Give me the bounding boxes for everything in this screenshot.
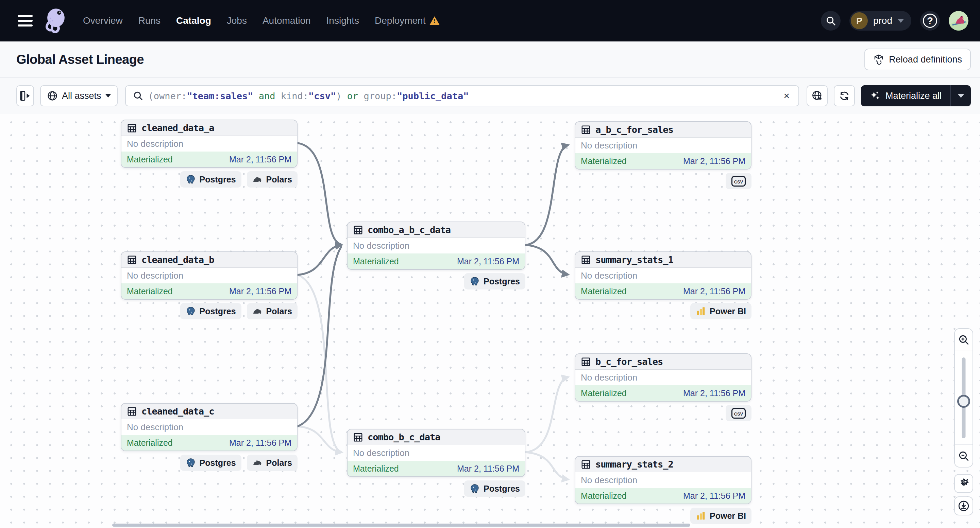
- materialize-all-main[interactable]: Materialize all: [861, 85, 950, 106]
- asset-tag-row: CSV: [725, 405, 751, 421]
- csv-tag[interactable]: CSV: [725, 173, 751, 189]
- csv-icon: CSV: [731, 176, 746, 187]
- filter-to-global-button[interactable]: [807, 85, 828, 106]
- zoom-in-button[interactable]: [955, 329, 972, 350]
- sparkles-icon: [870, 90, 881, 101]
- asset-node-cleaned_data_c[interactable]: cleaned_data_cNo descriptionMaterialized…: [121, 403, 298, 451]
- nav-item-catalog[interactable]: Catalog: [176, 15, 211, 26]
- nav-right-cluster: P prod ?: [821, 11, 969, 30]
- postgres-tag[interactable]: Postgres: [180, 171, 242, 187]
- asset-status-bar: MaterializedMar 2, 11:56 PM: [121, 283, 297, 299]
- hamburger-menu-icon[interactable]: [18, 15, 33, 27]
- search-button[interactable]: [821, 11, 841, 30]
- powerbi-tag[interactable]: Power BI: [690, 303, 751, 319]
- asset-description: No description: [347, 238, 525, 254]
- nav-item-overview[interactable]: Overview: [83, 15, 123, 26]
- horizontal-scrollbar[interactable]: [112, 523, 690, 526]
- nav-item-label: Deployment: [375, 15, 425, 26]
- svg-text:CSV: CSV: [734, 411, 743, 416]
- zoom-slider[interactable]: [955, 350, 972, 445]
- materialization-timestamp[interactable]: Mar 2, 11:56 PM: [683, 286, 745, 296]
- refresh-button[interactable]: [834, 85, 855, 106]
- materialization-timestamp[interactable]: Mar 2, 11:56 PM: [683, 156, 745, 166]
- export-graph-button[interactable]: [954, 496, 973, 515]
- asset-node-header: combo_b_c_data: [347, 430, 525, 445]
- postgres-tag[interactable]: Postgres: [180, 455, 242, 471]
- asset-node-header: a_b_c_for_sales: [575, 122, 751, 138]
- edge-combo-abc-to-summary-1: [525, 245, 568, 274]
- user-avatar[interactable]: [949, 11, 969, 30]
- materialization-timestamp[interactable]: Mar 2, 11:56 PM: [683, 388, 745, 398]
- zoom-slider-thumb[interactable]: [957, 395, 970, 408]
- postgres-tag[interactable]: Postgres: [464, 273, 525, 290]
- zoom-control-panel: [954, 328, 973, 468]
- postgres-tag[interactable]: Postgres: [464, 480, 525, 497]
- nav-item-jobs[interactable]: Jobs: [227, 15, 247, 26]
- postgres-tag[interactable]: Postgres: [180, 303, 242, 319]
- asset-node-cleaned_data_b[interactable]: cleaned_data_bNo descriptionMaterialized…: [121, 251, 298, 300]
- asset-search-input[interactable]: (owner:"team:sales" and kind:"csv") or g…: [125, 85, 799, 106]
- polars-tag[interactable]: Polars: [247, 455, 298, 471]
- reload-definitions-button[interactable]: Reload definitions: [864, 49, 971, 70]
- powerbi-icon: [696, 306, 706, 316]
- zoom-in-icon: [958, 334, 969, 346]
- status-badge: Materialized: [581, 286, 627, 296]
- help-button[interactable]: ?: [920, 11, 940, 30]
- asset-scope-dropdown[interactable]: All assets: [40, 85, 118, 106]
- asset-name: cleaned_data_b: [142, 254, 214, 265]
- asset-node-combo_b_c_data[interactable]: combo_b_c_dataNo descriptionMaterialized…: [347, 429, 525, 477]
- materialize-all-button[interactable]: Materialize all: [861, 85, 971, 106]
- asset-description: No description: [575, 369, 751, 385]
- asset-description: No description: [121, 136, 297, 152]
- page-header: Global Asset Lineage Reload definitions: [0, 41, 980, 78]
- tag-label: Power BI: [710, 306, 746, 316]
- asset-status-bar: MaterializedMar 2, 11:56 PM: [575, 488, 751, 504]
- nav-item-insights[interactable]: Insights: [326, 15, 360, 26]
- materialize-all-label: Materialize all: [886, 91, 942, 101]
- polars-tag[interactable]: Polars: [247, 303, 298, 319]
- asset-node-summary_stats_1[interactable]: summary_stats_1No descriptionMaterialize…: [575, 251, 751, 300]
- nav-item-runs[interactable]: Runs: [138, 15, 161, 26]
- workspace-badge: P: [851, 12, 868, 29]
- materialization-timestamp[interactable]: Mar 2, 11:56 PM: [457, 257, 519, 266]
- page-title: Global Asset Lineage: [16, 52, 144, 67]
- polars-tag[interactable]: Polars: [247, 171, 298, 187]
- sidebar-toggle-button[interactable]: [16, 85, 34, 106]
- materialization-timestamp[interactable]: Mar 2, 11:56 PM: [683, 491, 745, 501]
- asset-node-combo_a_b_c_data[interactable]: combo_a_b_c_dataNo descriptionMaterializ…: [347, 222, 525, 270]
- table-icon: [581, 255, 591, 265]
- tag-label: Postgres: [200, 306, 236, 316]
- edge-cleaned-a-to-combo-abc: [298, 143, 341, 244]
- asset-name: cleaned_data_c: [142, 406, 214, 417]
- asset-node-cleaned_data_a[interactable]: cleaned_data_aNo descriptionMaterialized…: [121, 120, 298, 168]
- nav-item-automation[interactable]: Automation: [262, 15, 311, 26]
- asset-node-b_c_for_sales[interactable]: b_c_for_salesNo descriptionMaterializedM…: [575, 354, 751, 401]
- workspace-switcher[interactable]: P prod: [850, 11, 911, 30]
- asset-tag-row: CSV: [725, 173, 751, 189]
- asset-tag-row: PostgresPolars: [180, 455, 298, 471]
- chevron-down-icon: [958, 94, 964, 98]
- query-token-value: "team:sales": [187, 91, 253, 101]
- materialization-timestamp[interactable]: Mar 2, 11:56 PM: [229, 438, 291, 448]
- nav-item-label: Catalog: [176, 15, 211, 26]
- materialization-timestamp[interactable]: Mar 2, 11:56 PM: [457, 464, 519, 474]
- csv-tag[interactable]: CSV: [725, 405, 751, 421]
- asset-name: a_b_c_for_sales: [595, 124, 673, 135]
- asset-node-a_b_c_for_sales[interactable]: a_b_c_for_salesNo descriptionMaterialize…: [575, 121, 751, 170]
- materialization-timestamp[interactable]: Mar 2, 11:56 PM: [229, 286, 291, 296]
- powerbi-tag[interactable]: Power BI: [690, 507, 751, 524]
- nav-item-deployment[interactable]: Deployment: [375, 15, 440, 26]
- dagster-logo-icon[interactable]: [40, 6, 69, 35]
- lineage-graph-canvas[interactable]: cleaned_data_aNo descriptionMaterialized…: [0, 114, 980, 528]
- reload-definitions-label: Reload definitions: [889, 54, 962, 65]
- materialize-options-caret[interactable]: [951, 85, 971, 106]
- query-token-plain: group:: [358, 91, 397, 101]
- materialization-timestamp[interactable]: Mar 2, 11:56 PM: [229, 155, 291, 165]
- graph-settings-button[interactable]: [954, 474, 973, 493]
- lineage-toolbar: All assets (owner:"team:sales" and kind:…: [0, 78, 980, 114]
- asset-name: cleaned_data_a: [142, 123, 214, 133]
- clear-search-icon[interactable]: ×: [781, 90, 792, 101]
- asset-node-header: cleaned_data_b: [121, 252, 297, 268]
- asset-node-summary_stats_2[interactable]: summary_stats_2No descriptionMaterialize…: [575, 456, 751, 504]
- zoom-out-button[interactable]: [955, 445, 972, 467]
